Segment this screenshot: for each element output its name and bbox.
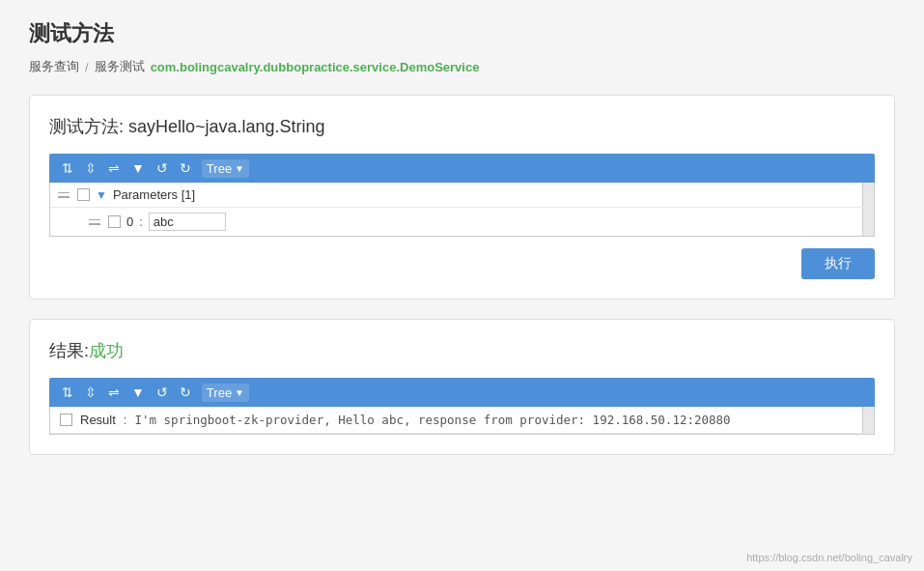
result-undo-icon[interactable]: ↺	[154, 383, 171, 402]
execute-button[interactable]: 执行	[801, 248, 875, 279]
result-tree-wrapper: ⇅ ⇳ ⇌ ▼ ↺ ↻ Tree ▼ Result : I'm springbo…	[49, 378, 875, 435]
result-label: 结果:成功	[49, 339, 875, 362]
result-redo-icon[interactable]: ↻	[177, 383, 194, 402]
undo-icon[interactable]: ↺	[154, 158, 171, 178]
result-move-up-icon[interactable]: ⇅	[59, 383, 76, 402]
result-chevron-down-icon: ▼	[235, 387, 244, 398]
test-toolbar: ⇅ ⇳ ⇌ ▼ ↺ ↻ Tree ▼	[49, 154, 875, 183]
breadcrumb-classname[interactable]: com.bolingcavalry.dubbopractice.service.…	[151, 60, 480, 74]
result-checkbox[interactable]	[60, 414, 72, 426]
toolbar-group-1: ⇅ ⇳ ⇌ ▼ ↺ ↻	[59, 158, 194, 178]
params-checkbox[interactable]	[77, 188, 90, 201]
result-table: Result : I'm springboot-zk-provider, Hel…	[49, 407, 875, 435]
result-card: 结果:成功 ⇅ ⇳ ⇌ ▼ ↺ ↻ Tree ▼ Result : I	[29, 319, 895, 455]
breadcrumb-test: 服务测试	[95, 58, 145, 75]
result-sort-icon[interactable]: ⇌	[105, 383, 123, 402]
param-index: 0	[126, 214, 133, 229]
result-status: 成功	[89, 341, 124, 360]
scrollbar-param[interactable]	[862, 208, 874, 236]
move-up-icon[interactable]: ⇅	[59, 158, 76, 178]
breadcrumb: 服务查询 / 服务测试 com.bolingcavalry.dubbopract…	[29, 58, 895, 75]
result-value: I'm springboot-zk-provider, Hello abc, r…	[134, 413, 730, 427]
sort-icon[interactable]: ⇌	[105, 158, 123, 178]
result-tree-label: Tree	[207, 385, 232, 400]
execute-row: 执行	[49, 248, 875, 279]
redo-icon[interactable]: ↻	[177, 158, 194, 178]
result-move-down-icon[interactable]: ⇳	[82, 383, 99, 402]
result-key: Result	[80, 413, 116, 427]
param-item-row: 0 :	[50, 208, 874, 236]
filter-icon[interactable]: ▼	[128, 158, 148, 178]
param-checkbox[interactable]	[108, 215, 121, 228]
test-tree-dropdown[interactable]: Tree ▼	[202, 159, 249, 178]
params-label: Parameters [1]	[113, 187, 195, 202]
param-value-input[interactable]	[149, 213, 226, 231]
move-down-icon[interactable]: ⇳	[82, 158, 99, 178]
result-separator: :	[124, 413, 127, 427]
test-tree-table: ▼ Parameters [1] 0 :	[49, 183, 875, 237]
result-data-row: Result : I'm springboot-zk-provider, Hel…	[50, 407, 874, 434]
test-card-title: 测试方法: sayHello~java.lang.String	[49, 115, 875, 138]
param-colon: :	[139, 214, 143, 229]
page-title: 测试方法	[29, 19, 895, 48]
result-scrollbar[interactable]	[862, 407, 874, 433]
breadcrumb-sep: /	[85, 60, 89, 74]
result-prefix: 结果:	[49, 341, 89, 360]
drag-handle-params[interactable]	[58, 192, 70, 198]
result-tree-dropdown[interactable]: Tree ▼	[202, 384, 249, 402]
chevron-down-icon: ▼	[235, 163, 244, 174]
result-toolbar-group: ⇅ ⇳ ⇌ ▼ ↺ ↻	[59, 383, 194, 402]
drag-handle-param[interactable]	[89, 219, 100, 225]
scrollbar-params[interactable]	[862, 183, 874, 207]
result-toolbar: ⇅ ⇳ ⇌ ▼ ↺ ↻ Tree ▼	[49, 378, 875, 407]
params-row: ▼ Parameters [1]	[50, 183, 874, 208]
expand-icon[interactable]: ▼	[96, 188, 107, 202]
tree-label: Tree	[207, 161, 232, 176]
test-tree-wrapper: ⇅ ⇳ ⇌ ▼ ↺ ↻ Tree ▼ ▼ Paramet	[49, 154, 875, 237]
breadcrumb-service[interactable]: 服务查询	[29, 58, 79, 75]
test-card: 测试方法: sayHello~java.lang.String ⇅ ⇳ ⇌ ▼ …	[29, 95, 895, 300]
result-filter-icon[interactable]: ▼	[128, 383, 148, 402]
